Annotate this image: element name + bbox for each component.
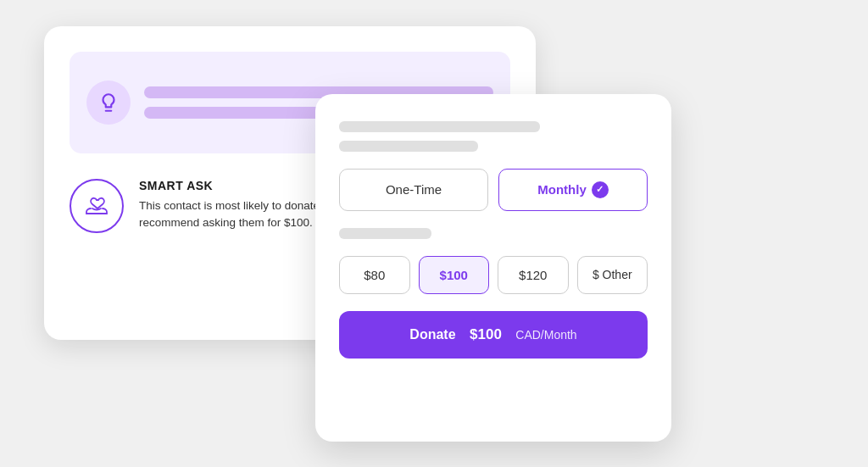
one-time-button[interactable]: One-Time [339, 169, 488, 211]
donate-button[interactable]: Donate $100 CAD/Month [339, 311, 648, 359]
amount-120-button[interactable]: $120 [498, 256, 569, 294]
front-placeholder-lines [339, 121, 648, 152]
donate-amount: $100 [470, 326, 502, 343]
amount-label-placeholder [339, 228, 431, 239]
monthly-button[interactable]: Monthly ✓ [498, 169, 648, 211]
hands-heart-icon [70, 179, 124, 233]
amount-100-button[interactable]: $100 [419, 256, 490, 294]
front-line-medium [339, 141, 478, 152]
front-card: One-Time Monthly ✓ $80 $100 $120 $ Other… [315, 94, 671, 442]
donate-unit: CAD/Month [515, 328, 576, 342]
frequency-selector: One-Time Monthly ✓ [339, 169, 648, 211]
amount-other-button[interactable]: $ Other [577, 256, 648, 294]
check-icon: ✓ [592, 181, 609, 198]
amount-80-button[interactable]: $80 [339, 256, 410, 294]
amount-selector: $80 $100 $120 $ Other [339, 256, 648, 294]
lightbulb-icon [86, 81, 131, 125]
front-line-long [339, 121, 540, 132]
